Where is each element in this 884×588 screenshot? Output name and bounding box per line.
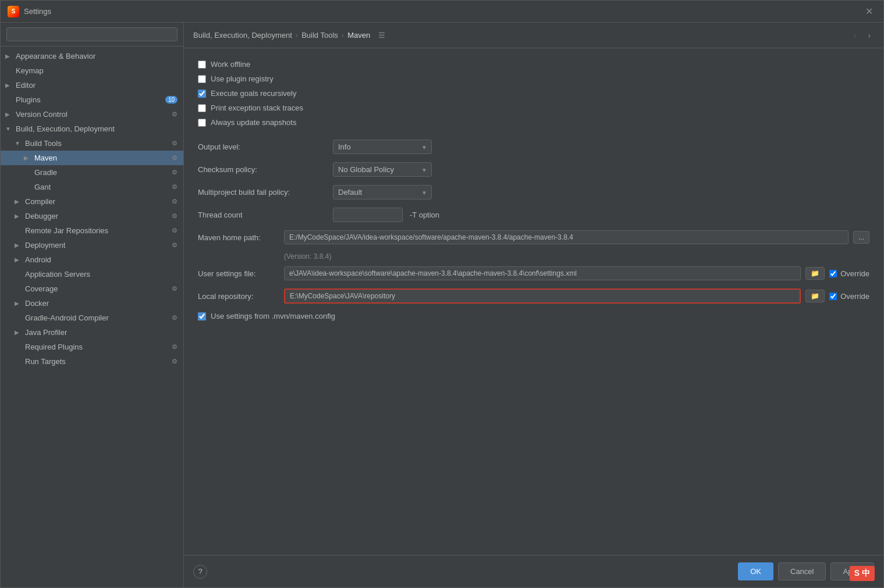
checksum-policy-select-wrapper: No Global Policy Strict Lax ▼ xyxy=(333,162,432,177)
title-bar: S Settings ✕ xyxy=(1,1,883,23)
sidebar-item-android[interactable]: ▶ Android xyxy=(1,252,183,267)
work-offline-checkbox[interactable] xyxy=(198,60,206,69)
gear-icon: ⚙ xyxy=(172,314,177,322)
search-box xyxy=(1,23,183,47)
sidebar-item-plugins[interactable]: Plugins 10 xyxy=(1,92,183,107)
sidebar-item-remote-jar[interactable]: Remote Jar Repositories ⚙ xyxy=(1,223,183,238)
checksum-policy-label: Checksum policy: xyxy=(198,165,326,174)
sidebar-item-label: Gant xyxy=(34,183,51,191)
app-icon: S xyxy=(8,6,19,17)
nav-back-button[interactable]: ‹ xyxy=(850,30,860,41)
sidebar-item-required-plugins[interactable]: Required Plugins ⚙ xyxy=(1,340,183,354)
breadcrumb: Build, Execution, Deployment › Build Too… xyxy=(193,31,385,40)
sidebar-item-maven[interactable]: ▶ Maven ⚙ xyxy=(1,151,183,165)
sidebar-item-build-execution[interactable]: ▼ Build, Execution, Deployment xyxy=(1,122,183,136)
breadcrumb-menu-icon[interactable]: ☰ xyxy=(378,31,385,40)
plugins-badge: 10 xyxy=(165,96,177,104)
always-update-label[interactable]: Always update snapshots xyxy=(211,118,296,127)
breadcrumb-sep1: › xyxy=(296,31,298,40)
user-settings-override-checkbox[interactable] xyxy=(829,270,837,277)
user-settings-input[interactable] xyxy=(284,266,801,280)
sidebar-item-label: Keymap xyxy=(16,66,44,75)
sidebar-item-java-profiler[interactable]: ▶ Java Profiler xyxy=(1,325,183,340)
gear-icon: ⚙ xyxy=(172,241,177,249)
local-repository-override-label[interactable]: Override xyxy=(840,292,869,301)
breadcrumb-sep2: › xyxy=(342,31,344,40)
cancel-button[interactable]: Cancel xyxy=(778,562,826,580)
breadcrumb-actions: ‹ › xyxy=(850,30,874,41)
local-repository-input[interactable] xyxy=(284,288,801,304)
checksum-policy-select[interactable]: No Global Policy Strict Lax xyxy=(333,162,432,177)
sidebar: ▶ Appearance & Behavior Keymap ▶ Editor … xyxy=(1,23,184,587)
sidebar-item-label: Gradle xyxy=(34,168,57,177)
ok-button[interactable]: OK xyxy=(738,562,773,580)
execute-goals-checkbox[interactable] xyxy=(198,90,206,98)
sidebar-item-label: Coverage xyxy=(25,284,58,293)
use-mvn-settings-label[interactable]: Use settings from .mvn/maven.config xyxy=(211,312,335,320)
sidebar-item-gradle[interactable]: Gradle ⚙ xyxy=(1,165,183,180)
sidebar-item-gant[interactable]: Gant ⚙ xyxy=(1,180,183,194)
sidebar-item-label: Debugger xyxy=(25,212,58,220)
multiproject-policy-label: Multiproject build fail policy: xyxy=(198,188,326,197)
bottom-bar: ? OK Cancel Apply xyxy=(184,555,883,587)
close-button[interactable]: ✕ xyxy=(862,6,876,17)
work-offline-label[interactable]: Work offline xyxy=(211,60,250,69)
print-exception-label[interactable]: Print exception stack traces xyxy=(211,104,303,112)
gear-icon: ⚙ xyxy=(172,358,177,365)
sidebar-item-label: Compiler xyxy=(25,197,55,206)
multiproject-policy-select[interactable]: Default Fail At End Fail Never Fail Fast xyxy=(333,185,432,199)
sidebar-item-run-targets[interactable]: Run Targets ⚙ xyxy=(1,354,183,369)
sidebar-item-keymap[interactable]: Keymap xyxy=(1,63,183,78)
arrow-icon: ▶ xyxy=(5,53,12,59)
always-update-checkbox[interactable] xyxy=(198,119,206,127)
thread-count-row: Thread count -T option xyxy=(198,208,869,222)
sidebar-item-coverage[interactable]: Coverage ⚙ xyxy=(1,281,183,296)
output-level-select[interactable]: Info Debug Warn Error xyxy=(333,140,432,154)
use-plugin-registry-label[interactable]: Use plugin registry xyxy=(211,74,274,83)
arrow-icon: ▶ xyxy=(15,213,22,219)
arrow-icon: ▶ xyxy=(15,329,22,336)
sidebar-item-docker[interactable]: ▶ Docker xyxy=(1,296,183,311)
thread-count-input[interactable] xyxy=(333,208,403,222)
sidebar-item-label: Deployment xyxy=(25,241,65,250)
sidebar-item-label: Java Profiler xyxy=(25,328,67,337)
user-settings-row: User settings file: 📁 Override xyxy=(198,266,869,280)
local-repository-browse-button[interactable]: 📁 xyxy=(805,290,825,302)
sidebar-item-deployment[interactable]: ▶ Deployment ⚙ xyxy=(1,238,183,252)
sidebar-item-label: Build, Execution, Deployment xyxy=(16,124,115,133)
print-exception-checkbox[interactable] xyxy=(198,104,206,112)
sidebar-item-gradle-android[interactable]: Gradle-Android Compiler ⚙ xyxy=(1,311,183,325)
sidebar-item-version-control[interactable]: ▶ Version Control ⚙ xyxy=(1,107,183,122)
sidebar-item-label: Remote Jar Repositories xyxy=(25,226,108,235)
user-settings-override-row: Override xyxy=(829,269,869,278)
sidebar-item-compiler[interactable]: ▶ Compiler ⚙ xyxy=(1,194,183,209)
sidebar-item-debugger[interactable]: ▶ Debugger ⚙ xyxy=(1,209,183,223)
use-plugin-registry-checkbox[interactable] xyxy=(198,75,206,83)
sidebar-item-label: Gradle-Android Compiler xyxy=(25,313,109,322)
maven-home-input[interactable] xyxy=(284,230,849,244)
gear-icon: ⚙ xyxy=(172,343,177,351)
user-settings-override-label[interactable]: Override xyxy=(840,269,869,278)
sidebar-item-editor[interactable]: ▶ Editor xyxy=(1,78,183,92)
gear-icon: ⚙ xyxy=(172,285,177,293)
sidebar-item-appearance[interactable]: ▶ Appearance & Behavior xyxy=(1,49,183,63)
sidebar-item-application-servers[interactable]: Application Servers xyxy=(1,267,183,281)
user-settings-browse-button[interactable]: 📁 xyxy=(805,267,825,280)
help-button[interactable]: ? xyxy=(193,565,207,579)
search-input[interactable] xyxy=(6,27,177,41)
gear-icon: ⚙ xyxy=(172,111,177,118)
execute-goals-label[interactable]: Execute goals recursively xyxy=(211,89,296,98)
use-plugin-registry-row: Use plugin registry xyxy=(198,74,869,83)
sidebar-item-build-tools[interactable]: ▼ Build Tools ⚙ xyxy=(1,136,183,151)
local-repository-override-checkbox[interactable] xyxy=(829,293,837,300)
use-mvn-settings-checkbox[interactable] xyxy=(198,312,206,320)
nav-forward-button[interactable]: › xyxy=(864,30,874,41)
maven-home-browse-button[interactable]: ... xyxy=(853,231,869,244)
sidebar-item-label: Version Control xyxy=(16,110,68,119)
arrow-icon: ▶ xyxy=(5,82,12,88)
arrow-icon: ▼ xyxy=(15,140,22,147)
gear-icon: ⚙ xyxy=(172,169,177,176)
always-update-row: Always update snapshots xyxy=(198,118,869,127)
output-level-label: Output level: xyxy=(198,142,326,151)
main-content: ▶ Appearance & Behavior Keymap ▶ Editor … xyxy=(1,23,883,587)
